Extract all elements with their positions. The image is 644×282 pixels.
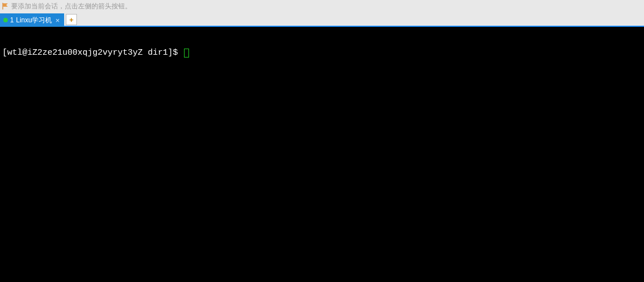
hint-bar: 要添加当前会话，点击左侧的箭头按钮。 xyxy=(0,0,644,12)
terminal-area[interactable]: [wtl@iZ2ze21u00xqjg2vyryt3yZ dir1]$ xyxy=(0,27,644,282)
flag-icon xyxy=(2,3,9,9)
close-icon[interactable]: × xyxy=(54,17,61,24)
tab-bar: 1 Linxu学习机 × + xyxy=(0,12,644,27)
tab-index: 1 xyxy=(10,16,14,24)
tab-session-1[interactable]: 1 Linxu学习机 × xyxy=(0,13,64,27)
prompt-line: [wtl@iZ2ze21u00xqjg2vyryt3yZ dir1]$ xyxy=(2,48,642,58)
cursor-icon xyxy=(184,49,189,58)
tab-label: Linxu学习机 xyxy=(16,16,52,25)
new-tab-button[interactable]: + xyxy=(66,14,77,25)
plus-icon: + xyxy=(69,16,74,24)
status-dot-icon xyxy=(3,18,8,22)
hint-text: 要添加当前会话，点击左侧的箭头按钮。 xyxy=(11,2,132,11)
prompt-text: [wtl@iZ2ze21u00xqjg2vyryt3yZ dir1]$ xyxy=(2,48,183,58)
